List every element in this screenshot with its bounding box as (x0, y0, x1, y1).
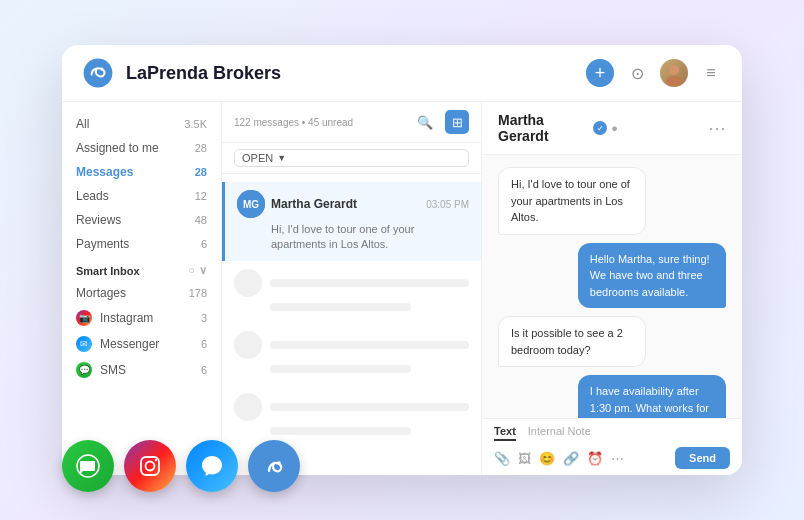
header-actions: + ⊙ ≡ (586, 59, 722, 87)
more-icon[interactable]: ⋯ (611, 451, 624, 466)
emoji-icon[interactable]: 😊 (539, 451, 555, 466)
sidebar-item-payments[interactable]: Payments 6 (62, 232, 221, 256)
sidebar-item-messenger[interactable]: ✉ Messenger 6 (62, 331, 221, 357)
chat-messages: Hi, I'd love to tour one of your apartme… (482, 155, 742, 418)
sidebar: All 3.5K Assigned to me 28 Messages 28 L… (62, 102, 222, 475)
content-area: All 3.5K Assigned to me 28 Messages 28 L… (62, 102, 742, 475)
open-filter: OPEN ▼ (222, 143, 481, 174)
bottom-social-icons (62, 440, 300, 492)
circle-icon: ○ (188, 264, 195, 277)
message-bubble-4: I have availability after 1:30 pm. What … (578, 375, 726, 418)
online-status: ● (611, 122, 618, 134)
message-avatar: MG (237, 190, 265, 218)
sidebar-item-instagram[interactable]: 📷 Instagram 3 (62, 305, 221, 331)
image-icon[interactable]: 🖼 (518, 451, 531, 466)
sidebar-item-assigned[interactable]: Assigned to me 28 (62, 136, 221, 160)
message-bubble-3: Is it possible to see a 2 bedroom today? (498, 316, 646, 367)
svg-point-1 (100, 67, 103, 70)
attachment-icon[interactable]: 📎 (494, 451, 510, 466)
sidebar-item-reviews[interactable]: Reviews 48 (62, 208, 221, 232)
chat-panel: Martha Gerardt ✓ ● ⋯ Hi, I'd love to tou… (482, 102, 742, 475)
svg-point-2 (669, 65, 679, 75)
chat-toolbar: 📎 🖼 😊 🔗 ⏰ ⋯ Send (494, 447, 730, 469)
sidebar-item-messages[interactable]: Messages 28 (62, 160, 221, 184)
chevron-icon: ▼ (277, 153, 286, 163)
messenger-social-button[interactable] (186, 440, 238, 492)
middle-panel: 122 messages • 45 unread 🔍 ⊞ OPEN ▼ (222, 102, 482, 475)
open-badge[interactable]: OPEN ▼ (234, 149, 469, 167)
add-button[interactable]: + (586, 59, 614, 87)
sidebar-item-mortages[interactable]: Mortages 178 (62, 281, 221, 305)
svg-point-9 (155, 459, 157, 461)
verified-icon: ✓ (593, 121, 607, 135)
smart-inbox-section: Smart Inbox ○ ∨ (62, 256, 221, 281)
tab-internal-note[interactable]: Internal Note (528, 425, 591, 441)
chat-header: Martha Gerardt ✓ ● ⋯ (482, 102, 742, 155)
svg-text:MG: MG (243, 199, 259, 210)
messenger-icon: ✉ (76, 336, 92, 352)
message-item[interactable]: MG Martha Gerardt 03:05 PM Hi, I'd love … (222, 182, 481, 261)
clock-icon[interactable]: ⏰ (587, 451, 603, 466)
sms-icon: 💬 (76, 362, 92, 378)
skeleton-message-2 (222, 323, 481, 385)
instagram-icon: 📷 (76, 310, 92, 326)
tab-text[interactable]: Text (494, 425, 516, 441)
sidebar-item-sms[interactable]: 💬 SMS 6 (62, 357, 221, 383)
avatar[interactable] (660, 59, 688, 87)
message-bubble-1: Hi, I'd love to tour one of your apartme… (498, 167, 646, 235)
svg-point-8 (146, 462, 155, 471)
sms-social-button[interactable] (62, 440, 114, 492)
sidebar-item-all[interactable]: All 3.5K (62, 112, 221, 136)
grid-icon[interactable]: ⊞ (445, 110, 469, 134)
skeleton-message-1 (222, 261, 481, 323)
chat-tabs: Text Internal Note (494, 425, 730, 441)
send-button[interactable]: Send (675, 447, 730, 469)
app-header: LaPrenda Brokers + ⊙ ≡ (62, 45, 742, 102)
svg-point-3 (666, 76, 682, 86)
svg-point-0 (84, 59, 113, 88)
panel-toolbar: 122 messages • 45 unread 🔍 ⊞ (222, 102, 481, 143)
search-icon[interactable]: 🔍 (413, 110, 437, 134)
sidebar-item-leads[interactable]: Leads 12 (62, 184, 221, 208)
svg-point-10 (277, 461, 281, 465)
contact-name: Martha Gerardt (498, 112, 588, 144)
app-title: LaPrenda Brokers (126, 63, 574, 84)
main-window: LaPrenda Brokers + ⊙ ≡ All 3.5K Assigned… (62, 45, 742, 475)
chat-input-area: Text Internal Note 📎 🖼 😊 🔗 ⏰ ⋯ Send (482, 418, 742, 475)
skeleton-message-3 (222, 385, 481, 447)
message-list: MG Martha Gerardt 03:05 PM Hi, I'd love … (222, 174, 481, 475)
link-icon[interactable]: 🔗 (563, 451, 579, 466)
message-bubble-2: Hello Martha, sure thing! We have two an… (578, 243, 726, 309)
menu-icon[interactable]: ≡ (700, 62, 722, 84)
logo-icon (82, 57, 114, 89)
more-options-icon[interactable]: ⋯ (708, 117, 726, 139)
bell-icon[interactable]: ⊙ (626, 62, 648, 84)
chevron-down-icon: ∨ (199, 264, 207, 277)
instagram-social-button[interactable] (124, 440, 176, 492)
birdeye-social-button[interactable] (248, 440, 300, 492)
